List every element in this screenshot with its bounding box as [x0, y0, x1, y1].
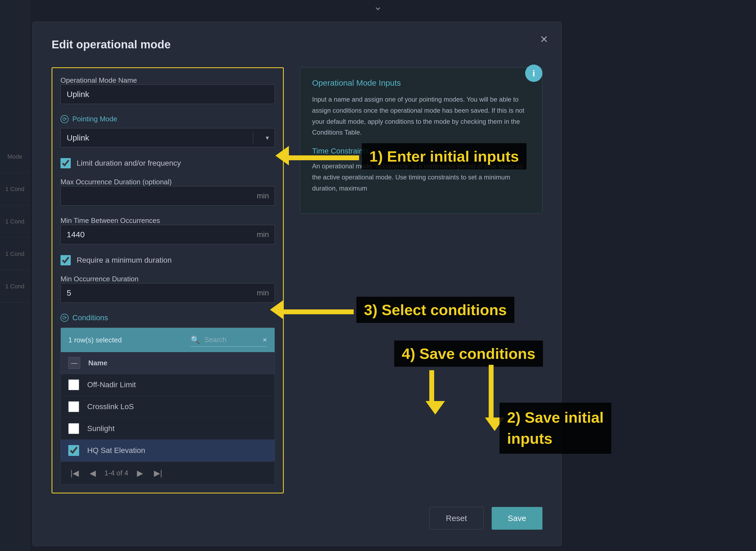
conditions-label: ⟳ Conditions	[60, 314, 275, 322]
info-button[interactable]: i	[525, 65, 542, 82]
next-page-button[interactable]: ▶	[135, 467, 145, 479]
table-row: Off-Nadir Limit	[61, 374, 275, 396]
sidebar-item-cond1[interactable]: 1 Cond	[0, 173, 30, 205]
row-name-1: Off-Nadir Limit	[87, 381, 136, 389]
search-box: 🔍 ×	[191, 333, 267, 347]
max-duration-label: Max Occurrence Duration (optional)	[60, 178, 172, 186]
max-duration-unit: min	[257, 191, 269, 200]
min-occurrence-field: min	[60, 283, 275, 303]
limit-duration-checkbox[interactable]	[60, 158, 71, 168]
search-icon: 🔍	[191, 335, 200, 344]
info-box-subtitle-text: An operational mode "occurrence" is a co…	[312, 161, 530, 194]
min-time-label: Min Time Between Occurrences	[60, 216, 160, 224]
row-checkbox-1[interactable]	[68, 380, 79, 390]
search-input[interactable]	[204, 336, 258, 344]
row-checkbox-3[interactable]	[68, 423, 79, 434]
sidebar-item-mode[interactable]: Mode	[0, 140, 30, 173]
pointing-mode-select[interactable]: Uplink Downlink Crosslink	[60, 128, 275, 147]
info-box-text: Input a name and assign one of your poin…	[312, 94, 530, 138]
table-row: Crosslink LoS	[61, 396, 275, 418]
reset-button[interactable]: Reset	[429, 507, 483, 530]
modal-dialog: Edit operational mode × Operational Mode…	[32, 22, 562, 546]
column-name-header: Name	[88, 359, 107, 367]
row-checkbox-4[interactable]	[68, 445, 79, 456]
sidebar-item-cond2[interactable]: 1 Cond	[0, 205, 30, 238]
selected-count-label: 1 row(s) selected	[68, 336, 183, 344]
last-page-button[interactable]: ▶|	[152, 467, 164, 479]
max-duration-input[interactable]	[60, 186, 275, 206]
min-time-field: min	[60, 225, 275, 244]
row-name-2: Crosslink LoS	[87, 402, 134, 411]
row-name-4: HQ Sat Elevation	[87, 446, 145, 455]
sidebar-items: Mode 1 Cond 1 Cond 1 Cond 1 Cond	[0, 140, 30, 303]
pointing-mode-label: ⟳ Pointing Mode	[60, 115, 275, 123]
row-checkbox-2[interactable]	[68, 401, 79, 412]
require-min-row: Require a minimum duration	[60, 255, 275, 265]
min-occurrence-unit: min	[257, 289, 269, 297]
mode-name-label: Operational Mode Name	[60, 76, 137, 84]
select-divider	[253, 131, 253, 144]
min-time-unit: min	[257, 230, 269, 239]
table-header: — Name	[61, 352, 275, 374]
modal-footer: Reset Save	[52, 507, 542, 530]
pagination-info: 1-4 of 4	[104, 469, 128, 477]
modal-title: Edit operational mode	[52, 38, 542, 51]
row-name-3: Sunlight	[87, 424, 114, 433]
pagination: |◀ ◀ 1-4 of 4 ▶ ▶|	[61, 462, 275, 484]
conditions-table: 1 row(s) selected 🔍 × — Name	[60, 328, 275, 485]
form-panel: Operational Mode Name ⟳ Pointing Mode Up…	[52, 67, 284, 493]
conditions-toolbar: 1 row(s) selected 🔍 ×	[61, 328, 275, 352]
header-checkbox[interactable]: —	[68, 357, 80, 369]
search-clear-button[interactable]: ×	[263, 336, 267, 344]
require-min-checkbox[interactable]	[60, 255, 71, 265]
info-box: Operational Mode Inputs Input a name and…	[300, 67, 542, 214]
prev-page-button[interactable]: ◀	[87, 467, 98, 479]
info-panel: i Operational Mode Inputs Input a name a…	[300, 67, 542, 493]
max-duration-field: min	[60, 186, 275, 206]
require-min-label: Require a minimum duration	[77, 256, 172, 264]
mode-name-input[interactable]	[60, 85, 275, 104]
sidebar-item-cond3[interactable]: 1 Cond	[0, 238, 30, 270]
limit-duration-row: Limit duration and/or frequency	[60, 158, 275, 168]
info-box-subtitle: Time Constraints	[312, 147, 530, 155]
min-occurrence-label: Min Occurrence Duration	[60, 275, 139, 283]
limit-duration-label: Limit duration and/or frequency	[77, 159, 181, 167]
close-button[interactable]: ×	[540, 33, 548, 46]
min-occurrence-input[interactable]	[60, 283, 275, 303]
conditions-icon: ⟳	[60, 314, 69, 322]
sidebar-item-cond4[interactable]: 1 Cond	[0, 270, 30, 303]
info-box-title: Operational Mode Inputs	[312, 78, 530, 88]
table-row: HQ Sat Elevation	[61, 440, 275, 462]
sidebar: Mode 1 Cond 1 Cond 1 Cond 1 Cond	[0, 0, 30, 551]
top-chevron-icon: ⌄	[373, 0, 383, 12]
min-time-input[interactable]	[60, 225, 275, 244]
conditions-section: ⟳ Conditions 1 row(s) selected 🔍 ×	[60, 314, 275, 485]
save-button[interactable]: Save	[492, 507, 542, 530]
pointing-mode-icon: ⟳	[60, 115, 69, 123]
modal-body: Operational Mode Name ⟳ Pointing Mode Up…	[52, 67, 542, 493]
table-row: Sunlight	[61, 418, 275, 440]
first-page-button[interactable]: |◀	[68, 467, 81, 479]
pointing-mode-select-wrapper: Uplink Downlink Crosslink ▾	[60, 128, 275, 147]
